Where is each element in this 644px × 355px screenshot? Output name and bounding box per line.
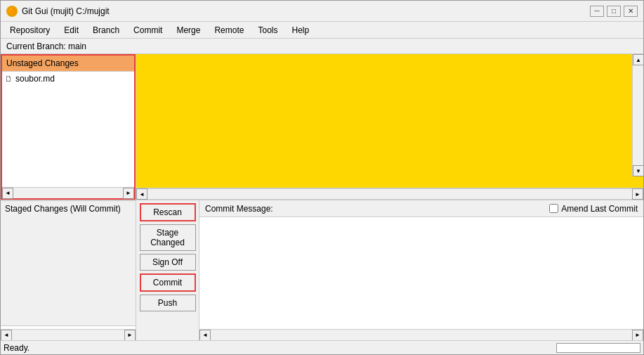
minimize-button[interactable]: ─: [590, 6, 604, 17]
diff-scroll-down-btn[interactable]: ▼: [633, 165, 643, 176]
commit-button[interactable]: Commit: [140, 273, 196, 292]
push-button[interactable]: Push: [140, 295, 196, 311]
hscroll-track[interactable]: [13, 188, 123, 198]
commit-hscroll-left-btn[interactable]: ◄: [199, 330, 211, 341]
amend-checkbox-area[interactable]: Amend Last Commit: [549, 204, 638, 214]
commit-hscroll-right-btn[interactable]: ►: [632, 330, 643, 341]
diff-hscroll-track[interactable]: [147, 189, 632, 199]
commit-hscroll[interactable]: ◄ ►: [199, 329, 643, 340]
staged-hscroll-track[interactable]: [12, 330, 124, 340]
close-button[interactable]: ✕: [624, 6, 638, 17]
unstaged-file-list[interactable]: 🗋 soubor.md: [2, 72, 134, 187]
file-name: soubor.md: [15, 74, 55, 84]
amend-label: Amend Last Commit: [561, 204, 638, 214]
main-content: Unstaged Changes 🗋 soubor.md ◄ ► Staged …: [1, 54, 643, 340]
staged-hscroll-right-btn[interactable]: ►: [124, 330, 136, 341]
current-branch-label: Current Branch: main: [6, 41, 86, 51]
unstaged-header: Unstaged Changes: [2, 56, 134, 72]
menu-item-tools[interactable]: Tools: [251, 23, 284, 37]
title-bar: 🔶 Git Gui (mujit) C:/mujgit ─ □ ✕: [1, 1, 643, 22]
commit-message-area: Commit Message: Amend Last Commit ◄ ►: [199, 200, 643, 340]
bottom-area: Rescan Stage Changed Sign Off Commit Pus…: [136, 200, 643, 340]
rescan-button[interactable]: Rescan: [140, 203, 196, 221]
diff-content: [136, 54, 632, 188]
status-progress-bar: [556, 343, 640, 353]
diff-hscroll-left-btn[interactable]: ◄: [136, 188, 147, 200]
left-panel: Unstaged Changes 🗋 soubor.md ◄ ► Staged …: [1, 54, 136, 340]
window-controls: ─ □ ✕: [590, 6, 638, 17]
menu-item-commit[interactable]: Commit: [127, 23, 169, 37]
unstaged-changes-section: Unstaged Changes 🗋 soubor.md ◄ ►: [1, 54, 136, 200]
menu-item-merge[interactable]: Merge: [170, 23, 206, 37]
status-text: Ready.: [4, 343, 29, 353]
diff-scroll-up-btn[interactable]: ▲: [633, 54, 643, 65]
menu-item-edit[interactable]: Edit: [58, 23, 85, 37]
app-icon: 🔶: [6, 6, 18, 17]
diff-hscroll-right-btn[interactable]: ►: [632, 188, 643, 200]
commit-hscroll-track[interactable]: [211, 330, 632, 340]
app-window: 🔶 Git Gui (mujit) C:/mujgit ─ □ ✕ Reposi…: [0, 0, 644, 355]
right-panel: ▲ ▼ ◄ ► Rescan Stage Changed Sign Off Co…: [136, 54, 643, 340]
commit-message-input[interactable]: [199, 217, 643, 329]
unstaged-hscroll[interactable]: ◄ ►: [2, 187, 134, 198]
menu-bar: RepositoryEditBranchCommitMergeRemoteToo…: [1, 22, 643, 39]
amend-checkbox[interactable]: [549, 204, 558, 213]
file-item-soubor[interactable]: 🗋 soubor.md: [2, 73, 134, 84]
diff-scroll-track[interactable]: [633, 65, 643, 165]
status-bar: Ready.: [1, 340, 643, 354]
branch-bar: Current Branch: main: [1, 39, 643, 54]
diff-area[interactable]: ▲ ▼: [136, 54, 643, 188]
commit-message-label: Commit Message:: [205, 204, 273, 214]
staged-hscroll[interactable]: ◄ ►: [1, 329, 136, 340]
sign-off-button[interactable]: Sign Off: [140, 254, 196, 271]
stage-changed-button[interactable]: Stage Changed: [140, 224, 196, 251]
menu-item-repository[interactable]: Repository: [4, 23, 56, 37]
file-icon: 🗋: [5, 75, 13, 83]
hscroll-left-btn[interactable]: ◄: [2, 188, 13, 199]
diff-vscroll[interactable]: ▲ ▼: [632, 54, 643, 176]
staged-changes-section: Staged Changes (Will Commit) ◄ ►: [1, 200, 136, 340]
action-buttons-panel: Rescan Stage Changed Sign Off Commit Pus…: [136, 200, 199, 340]
commit-header: Commit Message: Amend Last Commit: [199, 200, 643, 217]
window-title: Git Gui (mujit) C:/mujgit: [22, 6, 110, 16]
menu-item-branch[interactable]: Branch: [86, 23, 126, 37]
staged-hscroll-left-btn[interactable]: ◄: [1, 330, 12, 341]
diff-hscroll[interactable]: ◄ ►: [136, 188, 643, 200]
menu-item-remote[interactable]: Remote: [208, 23, 250, 37]
hscroll-right-btn[interactable]: ►: [123, 188, 134, 199]
title-bar-left: 🔶 Git Gui (mujit) C:/mujgit: [6, 6, 110, 17]
maximize-button[interactable]: □: [607, 6, 621, 17]
menu-item-help[interactable]: Help: [285, 23, 315, 37]
staged-header: Staged Changes (Will Commit): [1, 200, 136, 326]
